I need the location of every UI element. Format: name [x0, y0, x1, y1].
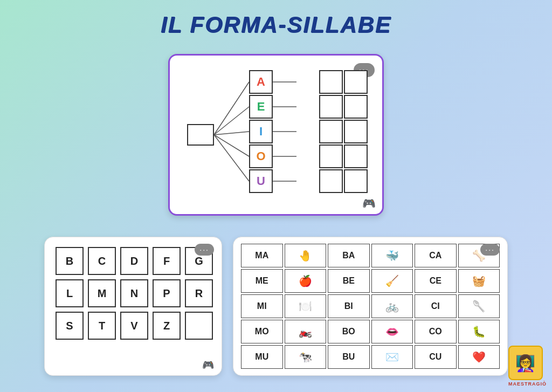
cons-C: C [88, 247, 116, 275]
cons-V: V [120, 312, 148, 340]
cons-S: S [56, 312, 84, 340]
syl-MU: MU [241, 345, 283, 369]
syl-CU-img: ❤️ [458, 345, 500, 369]
svg-line-4 [214, 135, 249, 181]
syl-BE: BE [328, 269, 370, 293]
syl-ME-img: 🍎 [285, 269, 327, 293]
syl-grid-cell [319, 95, 343, 119]
page-title: IL FORMA-SILLABE [0, 0, 552, 38]
cons-Z: Z [153, 312, 181, 340]
cons-N: N [120, 279, 148, 307]
syllables-grid: MA 🤚 BA 🐳 CA 🦴 ME 🍎 BE 🧹 CE 🧺 MI 🍽️ BI 🚲… [241, 244, 500, 369]
syl-BI: BI [328, 294, 370, 318]
syl-grid-cell [344, 169, 368, 193]
vowel-I: I [249, 120, 273, 143]
syllables-more-button[interactable]: ··· [480, 244, 500, 256]
cons-D: D [120, 247, 148, 275]
syl-CI: CI [415, 294, 457, 318]
cons-empty [185, 312, 213, 340]
syl-BU: BU [328, 345, 370, 369]
cons-L: L [56, 279, 84, 307]
vowel-U: U [249, 169, 273, 193]
avatar-label: MAESTRAGIÒ [508, 381, 547, 387]
bottom-area: ··· B C D F G L M N P R S T V Z 🎮 ··· MA… [44, 237, 508, 376]
consonants-more-button[interactable]: ··· [195, 244, 214, 256]
cons-B: B [56, 247, 84, 275]
consonants-card-watermark: 🎮 [202, 359, 214, 371]
syl-BU-img: ✉️ [371, 345, 413, 369]
syl-CO: CO [415, 320, 457, 343]
svg-line-1 [214, 107, 249, 135]
syl-MI: MI [241, 294, 283, 318]
vowel-A: A [249, 70, 273, 94]
cons-P: P [153, 279, 181, 307]
top-card: ··· A E I O U [168, 54, 384, 216]
avatar-emoji: 👩‍🏫 [515, 354, 535, 373]
syl-BI-img: 🚲 [371, 294, 413, 318]
top-card-watermark: 🎮 [362, 197, 376, 210]
syl-MA: MA [241, 244, 283, 267]
cons-R: R [185, 279, 213, 307]
svg-line-3 [214, 135, 249, 156]
syl-MA-img: 🤚 [285, 244, 327, 267]
syl-CO-img: 🐛 [458, 320, 500, 343]
consonant-box [187, 124, 214, 146]
syl-BA: BA [328, 244, 370, 267]
syl-grid-cell [319, 145, 343, 168]
syl-grid-cell [344, 120, 368, 143]
syl-CU: CU [415, 345, 457, 369]
syl-MO-img: 🏍️ [285, 320, 327, 343]
syl-CE-img: 🧺 [458, 269, 500, 293]
syl-grid-cell [319, 169, 343, 193]
syl-CI-img: 🥄 [458, 294, 500, 318]
syl-MI-img: 🍽️ [285, 294, 327, 318]
syl-MO: MO [241, 320, 283, 343]
consonants-card: ··· B C D F G L M N P R S T V Z 🎮 [44, 237, 222, 376]
avatar-box: 👩‍🏫 [508, 346, 543, 380]
syl-BE-img: 🧹 [371, 269, 413, 293]
consonants-grid: B C D F G L M N P R S T V Z [56, 247, 211, 340]
svg-line-2 [214, 132, 249, 135]
vowel-column: A E I O U [249, 70, 273, 193]
syl-MU-img: 🐄 [285, 345, 327, 369]
syl-CA: CA [415, 244, 457, 267]
avatar-area: 👩‍🏫 MAESTRAGIÒ [508, 346, 547, 387]
syl-grid-cell [319, 70, 343, 94]
vowel-E: E [249, 95, 273, 119]
syl-CE: CE [415, 269, 457, 293]
cons-F: F [153, 247, 181, 275]
syl-BA-img: 🐳 [371, 244, 413, 267]
svg-line-0 [214, 82, 249, 135]
diagram-container: A E I O U [184, 65, 368, 205]
syl-grid-cell [344, 145, 368, 168]
vowel-O: O [249, 145, 273, 168]
syllable-grid [319, 70, 368, 193]
syl-BO-img: 👄 [371, 320, 413, 343]
syl-BO: BO [328, 320, 370, 343]
cons-T: T [88, 312, 116, 340]
syl-ME: ME [241, 269, 283, 293]
syllables-card: ··· MA 🤚 BA 🐳 CA 🦴 ME 🍎 BE 🧹 CE 🧺 MI 🍽️ … [233, 237, 508, 376]
syl-grid-cell [344, 70, 368, 94]
syl-grid-cell [319, 120, 343, 143]
cons-M: M [88, 279, 116, 307]
syl-grid-cell [344, 95, 368, 119]
